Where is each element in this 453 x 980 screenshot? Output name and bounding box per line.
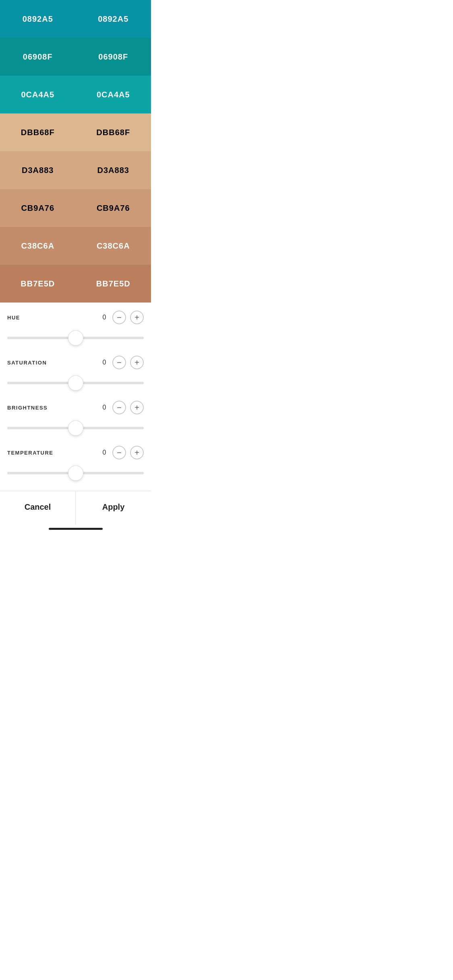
swatch-right-5: CB9A76 [76,189,151,227]
bottom-actions: Cancel Apply [0,491,151,525]
swatch-row-4[interactable]: D3A883D3A883 [0,151,151,189]
control-label-saturation: SATURATION [7,360,47,366]
control-label-hue: HUE [7,315,20,321]
control-label-temperature: TEMPERATURE [7,450,53,456]
control-value-saturation: 0 [100,359,108,366]
home-bar [49,528,103,530]
swatch-row-6[interactable]: C38C6AC38C6A [0,227,151,265]
color-swatches: 0892A50892A506908F06908F0CA4A50CA4A5DBB6… [0,0,151,303]
slider-track-brightness [7,427,144,429]
control-right-brightness: 0−+ [100,401,144,414]
control-right-temperature: 0−+ [100,446,144,459]
swatch-label-right-3: DBB68F [96,128,130,137]
swatch-label-left-3: DBB68F [21,128,55,137]
control-right-hue: 0−+ [100,311,144,324]
swatch-row-7[interactable]: BB7E5DBB7E5D [0,265,151,303]
swatch-left-0: 0892A5 [0,0,76,38]
swatch-label-right-0: 0892A5 [98,14,128,24]
increment-hue-button[interactable]: + [130,311,144,324]
swatch-label-left-1: 06908F [23,52,53,62]
swatch-label-left-4: D3A883 [22,166,54,175]
controls-section: HUE0−+SATURATION0−+BRIGHTNESS0−+TEMPERAT… [0,303,151,481]
control-value-temperature: 0 [100,449,108,456]
swatch-label-left-2: 0CA4A5 [21,90,54,99]
swatch-left-4: D3A883 [0,151,76,189]
swatch-right-7: BB7E5D [76,265,151,303]
swatch-left-5: CB9A76 [0,189,76,227]
slider-thumb-temperature[interactable] [68,465,83,481]
slider-container-brightness[interactable] [7,420,144,436]
slider-thumb-saturation[interactable] [68,375,83,391]
decrement-temperature-button[interactable]: − [112,446,126,459]
swatch-label-right-4: D3A883 [97,166,129,175]
increment-saturation-button[interactable]: + [130,356,144,369]
swatch-label-right-1: 06908F [98,52,128,62]
slider-track-saturation [7,382,144,384]
control-row-temperature: TEMPERATURE0−+ [7,446,144,481]
control-header-hue: HUE0−+ [7,311,144,324]
swatch-right-3: DBB68F [76,113,151,151]
control-header-temperature: TEMPERATURE0−+ [7,446,144,459]
control-value-hue: 0 [100,314,108,321]
swatch-label-left-5: CB9A76 [21,204,54,213]
swatch-left-7: BB7E5D [0,265,76,303]
swatch-label-left-0: 0892A5 [23,14,53,24]
swatch-right-1: 06908F [76,38,151,76]
home-indicator [0,525,151,536]
control-header-brightness: BRIGHTNESS0−+ [7,401,144,414]
increment-temperature-button[interactable]: + [130,446,144,459]
slider-thumb-hue[interactable] [68,330,83,346]
decrement-hue-button[interactable]: − [112,311,126,324]
swatch-label-left-7: BB7E5D [21,279,55,288]
control-row-brightness: BRIGHTNESS0−+ [7,401,144,436]
control-row-saturation: SATURATION0−+ [7,356,144,391]
swatch-left-3: DBB68F [0,113,76,151]
control-header-saturation: SATURATION0−+ [7,356,144,369]
control-label-brightness: BRIGHTNESS [7,405,48,411]
swatch-label-right-2: 0CA4A5 [97,90,130,99]
swatch-row-3[interactable]: DBB68FDBB68F [0,113,151,151]
apply-button[interactable]: Apply [76,491,151,525]
swatch-label-right-6: C38C6A [97,241,130,251]
slider-thumb-brightness[interactable] [68,420,83,436]
swatch-right-4: D3A883 [76,151,151,189]
swatch-row-2[interactable]: 0CA4A50CA4A5 [0,76,151,113]
swatch-row-0[interactable]: 0892A50892A5 [0,0,151,38]
slider-container-saturation[interactable] [7,375,144,391]
slider-track-hue [7,337,144,339]
swatch-right-6: C38C6A [76,227,151,265]
decrement-brightness-button[interactable]: − [112,401,126,414]
swatch-label-right-5: CB9A76 [97,204,130,213]
swatch-label-left-6: C38C6A [21,241,54,251]
control-value-brightness: 0 [100,404,108,411]
decrement-saturation-button[interactable]: − [112,356,126,369]
swatch-right-0: 0892A5 [76,0,151,38]
slider-track-temperature [7,472,144,474]
swatch-label-right-7: BB7E5D [96,279,130,288]
swatch-left-2: 0CA4A5 [0,76,76,113]
cancel-button[interactable]: Cancel [0,491,76,525]
swatch-row-5[interactable]: CB9A76CB9A76 [0,189,151,227]
swatch-left-1: 06908F [0,38,76,76]
swatch-right-2: 0CA4A5 [76,76,151,113]
slider-container-temperature[interactable] [7,465,144,481]
swatch-left-6: C38C6A [0,227,76,265]
increment-brightness-button[interactable]: + [130,401,144,414]
slider-container-hue[interactable] [7,330,144,346]
control-right-saturation: 0−+ [100,356,144,369]
control-row-hue: HUE0−+ [7,311,144,346]
swatch-row-1[interactable]: 06908F06908F [0,38,151,76]
